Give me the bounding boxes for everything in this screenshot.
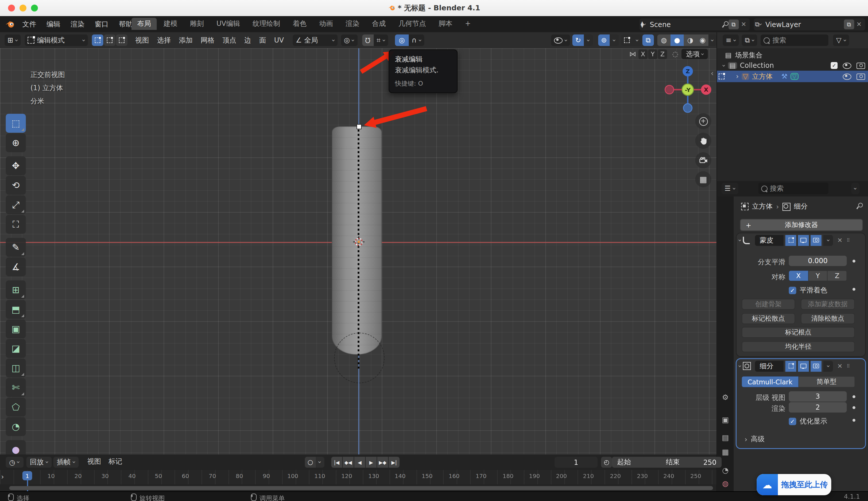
pan-view-button[interactable] bbox=[695, 133, 711, 149]
timeline-ruler[interactable]: 1020304050607080901001101201301401501601… bbox=[0, 470, 716, 484]
add-skin-data-button[interactable]: 添加蒙皮数据 bbox=[801, 299, 855, 310]
overlays-dropdown[interactable]: › bbox=[610, 34, 619, 46]
collapse-icon[interactable]: › bbox=[737, 239, 743, 242]
tab-world[interactable]: ◍ bbox=[717, 476, 734, 490]
close-window-button[interactable] bbox=[8, 4, 15, 11]
show-overlays-toggle[interactable]: ⊚ bbox=[598, 34, 610, 46]
current-frame-field[interactable]: 1 bbox=[554, 457, 597, 468]
render-display-toggle[interactable] bbox=[811, 235, 822, 246]
outliner-row-collection[interactable]: › ▤ Collection ✓ bbox=[717, 60, 868, 71]
copy-viewlayer-button[interactable]: ⧉ bbox=[844, 20, 854, 29]
workspace-tab[interactable]: 纹理绘制 bbox=[247, 18, 286, 30]
shading-dropdown[interactable]: › bbox=[708, 34, 716, 46]
properties-editor-type[interactable]: ☰ › bbox=[722, 183, 738, 194]
symmetry-y-button[interactable]: Y bbox=[808, 270, 827, 281]
expand-icon[interactable]: › bbox=[736, 72, 739, 81]
tool-bevel[interactable]: ◪ bbox=[6, 339, 26, 358]
edit-mode-display-toggle[interactable] bbox=[785, 235, 796, 246]
viewport-menu-item[interactable]: 添加 bbox=[175, 32, 197, 48]
toggle-perspective-button[interactable]: ▦ bbox=[695, 171, 711, 187]
play-button[interactable]: ▶ bbox=[366, 457, 377, 468]
tool-scale[interactable]: ⤢ bbox=[6, 195, 26, 214]
viewport-menu-item[interactable]: 顶点 bbox=[218, 32, 240, 48]
zoom-view-button[interactable]: + bbox=[695, 113, 711, 129]
playback-menu[interactable]: 回放› bbox=[26, 457, 52, 468]
use-preview-range-toggle[interactable]: ◴ bbox=[601, 457, 612, 468]
delete-scene-button[interactable]: ✕ bbox=[739, 21, 749, 28]
keying-menu[interactable]: 插帧› bbox=[53, 457, 79, 468]
hide-eye-icon[interactable] bbox=[843, 73, 851, 79]
hide-eye-icon[interactable] bbox=[843, 62, 851, 69]
tool-add-cube[interactable]: ⊞ bbox=[6, 280, 26, 299]
upload-overlay-button[interactable]: ☁ 拖拽至此上传 bbox=[757, 474, 831, 495]
navigation-gizmo[interactable]: Z X -Y bbox=[659, 61, 716, 118]
modifier-extras-dropdown[interactable]: › bbox=[824, 235, 833, 246]
add-modifier-button[interactable]: + 添加修改器 bbox=[740, 219, 863, 231]
tool-measure[interactable]: ∡ bbox=[6, 257, 26, 276]
pin-icon[interactable] bbox=[857, 203, 863, 209]
workspace-tab[interactable]: 几何节点 bbox=[393, 18, 432, 30]
equalize-radii-button[interactable]: 均化半径 bbox=[742, 341, 855, 352]
symmetry-z-button[interactable]: Z bbox=[827, 270, 847, 281]
workspace-tab[interactable]: 雕刻 bbox=[184, 18, 210, 30]
animate-dot[interactable] bbox=[853, 395, 855, 398]
tool-transform[interactable]: ⛶ bbox=[6, 215, 26, 234]
mark-loose-button[interactable]: 标记松散点 bbox=[742, 313, 795, 324]
tool-smooth[interactable]: ● bbox=[6, 440, 26, 455]
mirror-y-button[interactable]: Y bbox=[648, 49, 657, 59]
animate-dot[interactable] bbox=[853, 288, 855, 291]
tool-poly-build[interactable]: ⬠ bbox=[6, 397, 26, 417]
timeline-view-menu[interactable]: 视图 bbox=[82, 453, 106, 469]
shading-material-button[interactable]: ◑ bbox=[684, 34, 697, 46]
jump-to-end-button[interactable]: ▶| bbox=[389, 457, 399, 468]
delete-modifier-button[interactable]: ✕ bbox=[835, 236, 845, 244]
viewport-menu-item[interactable]: 面 bbox=[255, 32, 270, 48]
options-dropdown[interactable]: 选项 › bbox=[682, 49, 708, 59]
drag-handle[interactable]: ⠿ bbox=[846, 237, 850, 243]
viewport-menu-item[interactable]: 选择 bbox=[153, 32, 175, 48]
create-armature-button[interactable]: 创建骨架 bbox=[742, 299, 795, 310]
proportional-falloff-dropdown[interactable]: ∩ › bbox=[409, 34, 424, 46]
playhead-badge[interactable]: 1 bbox=[22, 471, 32, 480]
workspace-tab[interactable]: 脚本 bbox=[433, 18, 458, 30]
breadcrumb-object[interactable]: 立方体 bbox=[752, 202, 773, 211]
tool-loop-cut[interactable]: ◫ bbox=[6, 359, 26, 377]
viewlayer-selector[interactable]: ⧉ › ViewLayer ⧉ ✕ bbox=[754, 18, 865, 30]
topbar-menu-item[interactable]: 窗口 bbox=[90, 16, 114, 32]
render-visibility-icon[interactable] bbox=[857, 73, 865, 79]
tab-output[interactable]: ▤ bbox=[717, 430, 734, 444]
mirror-x-button[interactable]: X bbox=[638, 49, 648, 59]
next-keyframe-button[interactable]: ▶◆ bbox=[377, 457, 388, 468]
gizmo-minus-z-axis[interactable] bbox=[683, 104, 692, 112]
visibility-dropdown[interactable]: › bbox=[551, 34, 570, 46]
animate-dot[interactable] bbox=[853, 260, 855, 263]
topbar-menu-item[interactable]: 编辑 bbox=[41, 16, 65, 32]
realtime-display-toggle[interactable] bbox=[798, 235, 809, 246]
collection-checkbox[interactable]: ✓ bbox=[831, 62, 837, 69]
scene-selector[interactable]: ⧫ › Scene ⧉ ✕ bbox=[639, 18, 750, 30]
breadcrumb-modifier[interactable]: 细分 bbox=[794, 202, 808, 211]
outliner-row-cube[interactable]: › ▽ 立方体 ⚒ ▽ bbox=[717, 71, 868, 82]
snap-settings-dropdown[interactable]: ⌗ › bbox=[374, 34, 388, 46]
viewport-menu-item[interactable]: 视图 bbox=[131, 32, 153, 48]
topbar-menu-item[interactable]: 渲染 bbox=[65, 16, 90, 32]
gizmo-dropdown[interactable]: › bbox=[584, 34, 593, 46]
workspace-tab[interactable]: 布局 bbox=[131, 18, 157, 30]
edit-mode-display-toggle[interactable] bbox=[785, 361, 796, 371]
tool-move[interactable]: ✥ bbox=[6, 156, 26, 175]
minimize-window-button[interactable] bbox=[20, 4, 26, 11]
animate-dot[interactable] bbox=[853, 419, 855, 422]
modifier-extras-dropdown[interactable]: › bbox=[824, 361, 833, 371]
proportional-editing-toggle[interactable]: ◎ bbox=[395, 34, 409, 46]
tool-spin[interactable]: ◔ bbox=[6, 417, 26, 436]
timeline-marker-menu[interactable]: 标记 bbox=[103, 453, 128, 469]
smooth-shading-checkbox[interactable]: ✓ bbox=[789, 287, 796, 294]
mesh-edit-overlay-dropdown[interactable]: › bbox=[633, 34, 642, 46]
workspace-tab[interactable]: 渲染 bbox=[340, 18, 365, 30]
viewport-menu-item[interactable]: 边 bbox=[240, 32, 255, 48]
shading-solid-button[interactable]: ● bbox=[671, 34, 684, 46]
animate-dot[interactable] bbox=[853, 406, 855, 409]
outliner-layer-dropdown[interactable]: ⧉ › bbox=[742, 34, 758, 46]
pin-icon[interactable] bbox=[722, 21, 728, 28]
workspace-tab[interactable]: UV编辑 bbox=[211, 18, 246, 30]
